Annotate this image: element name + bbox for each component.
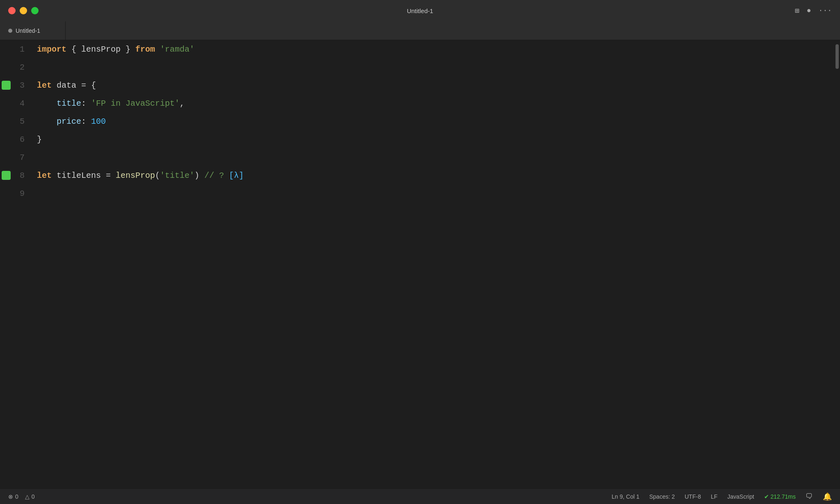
code-editor[interactable]: import { lensProp } from 'ramda' let dat…: [33, 40, 834, 488]
code-line-4: title : 'FP in JavaScript' ,: [37, 94, 834, 112]
line-number-5: 5: [0, 112, 33, 130]
code-line-5: price : 100: [37, 112, 834, 130]
eol-type[interactable]: LF: [711, 493, 717, 500]
line-number-6: 6: [0, 130, 33, 148]
feedback-icon[interactable]: 🗨: [806, 492, 813, 501]
line-gutter: 1 2 3 4 5 6 7 8 9: [0, 40, 33, 488]
close-button[interactable]: [8, 7, 16, 14]
window-title: Untitled-1: [407, 7, 433, 14]
encoding[interactable]: UTF-8: [685, 493, 701, 500]
more-actions-icon[interactable]: ···: [819, 7, 832, 15]
notifications-icon[interactable]: 🔔: [823, 492, 832, 501]
titlebar: Untitled-1 ⊞ ● ···: [0, 0, 840, 21]
status-bar: ⊗ 0 △ 0 Ln 9, Col 1 Spaces: 2 UTF-8 LF J…: [0, 488, 840, 504]
line-number-9: 9: [0, 184, 33, 202]
maximize-button[interactable]: [31, 7, 39, 14]
warning-icon: △: [25, 493, 30, 500]
code-line-8: let titleLens = lensProp ( 'title' ) // …: [37, 166, 834, 184]
error-count[interactable]: ⊗ 0: [8, 493, 18, 500]
tab-bar: Untitled-1: [0, 21, 840, 40]
tab-dirty-indicator: [8, 29, 12, 33]
split-editor-icon[interactable]: ⊞: [795, 6, 799, 15]
code-line-1: import { lensProp } from 'ramda': [37, 40, 834, 58]
breakpoint-8[interactable]: [2, 171, 11, 180]
warning-number: 0: [32, 493, 35, 500]
editor-area: 1 2 3 4 5 6 7 8 9 import: [0, 40, 840, 488]
tab-untitled1[interactable]: Untitled-1: [0, 21, 66, 40]
code-line-2: [37, 58, 834, 76]
timing: ✔ 212.71ms: [764, 493, 796, 500]
code-line-6: }: [37, 130, 834, 148]
error-icon: ⊗: [8, 493, 13, 500]
warning-count[interactable]: △ 0: [25, 493, 35, 500]
breakpoint-3[interactable]: [2, 81, 11, 90]
vertical-scrollbar[interactable]: [834, 40, 840, 488]
window-controls: [8, 7, 39, 14]
code-line-9: [37, 184, 834, 202]
tab-label: Untitled-1: [16, 27, 40, 34]
indentation[interactable]: Spaces: 2: [649, 493, 675, 500]
code-line-3: let data = {: [37, 76, 834, 94]
language-mode[interactable]: JavaScript: [727, 493, 754, 500]
cursor-position[interactable]: Ln 9, Col 1: [612, 493, 639, 500]
error-number: 0: [15, 493, 18, 500]
dot-icon: ●: [807, 7, 811, 15]
line-number-2: 2: [0, 58, 33, 76]
line-number-8: 8: [0, 166, 33, 184]
line-number-1: 1: [0, 40, 33, 58]
status-right: Ln 9, Col 1 Spaces: 2 UTF-8 LF JavaScrip…: [612, 492, 832, 501]
titlebar-actions: ⊞ ● ···: [795, 6, 832, 15]
line-number-4: 4: [0, 94, 33, 112]
code-line-7: [37, 148, 834, 166]
status-left: ⊗ 0 △ 0: [8, 493, 35, 500]
line-number-7: 7: [0, 148, 33, 166]
line-number-3: 3: [0, 76, 33, 94]
minimize-button[interactable]: [20, 7, 27, 14]
scrollbar-thumb[interactable]: [835, 44, 839, 69]
